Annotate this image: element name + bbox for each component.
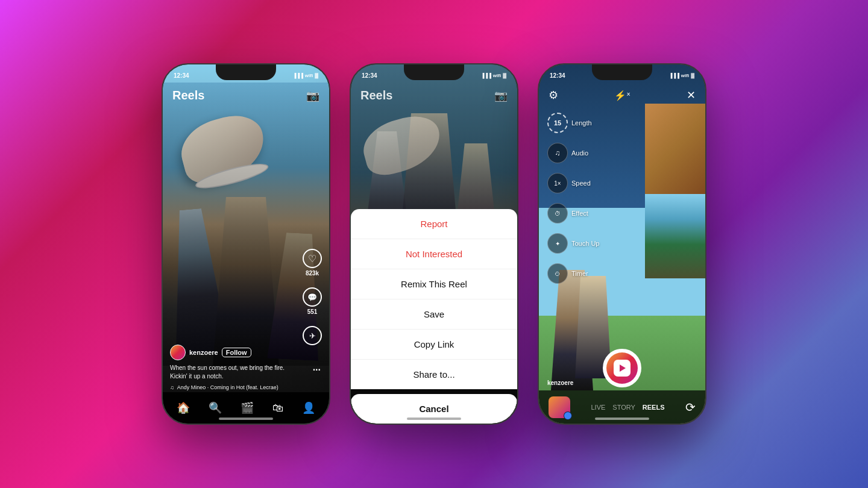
heart-icon: ♡	[303, 249, 322, 268]
audio-icon: ♫	[547, 143, 568, 163]
sheet-item-share-to[interactable]: Share to...	[351, 360, 517, 389]
reels-header: Reels 📷	[163, 83, 329, 108]
cam-mode-story[interactable]: STORY	[612, 404, 635, 411]
shutter-button[interactable]	[603, 349, 641, 387]
signal-icon: ▐▐▐	[293, 73, 303, 78]
camera-icon[interactable]: 📷	[306, 89, 319, 102]
camera-tools: 15 Length ♫ Audio 1× Speed ⏱ Effect ✦ To…	[547, 113, 599, 284]
settings-icon[interactable]: ⚙	[549, 89, 558, 102]
notch	[216, 64, 276, 80]
right-actions: ♡ 823k 💬 551 ✈	[303, 249, 322, 345]
tool-speed-label: Speed	[571, 180, 591, 187]
phone-3: 12:34 ▐▐▐ wifi ▓ ⚙ ⚡ˣ ✕ 15 Length ♫ Audi…	[538, 63, 706, 425]
tool-timer-label: Timer	[571, 270, 588, 277]
phone2-reels-title: Reels	[360, 89, 392, 102]
reels-title: Reels	[172, 89, 204, 102]
music-text: Andy Mineo · Coming in Hot (feat. Lecrae…	[177, 384, 278, 390]
close-icon[interactable]: ✕	[687, 89, 696, 102]
sheet-item-remix[interactable]: Remix This Reel	[351, 269, 517, 299]
touchup-icon: ✦	[547, 233, 568, 254]
tool-timer[interactable]: ⏲ Timer	[547, 263, 599, 284]
comments-count: 551	[307, 308, 318, 315]
sheet-item-save[interactable]: Save	[351, 299, 517, 330]
music-row: ♫ Andy Mineo · Coming in Hot (feat. Lecr…	[170, 384, 293, 390]
sheet-content: Report Not Interested Remix This Reel Sa…	[351, 209, 517, 389]
shutter-area	[603, 349, 641, 387]
avatar	[170, 345, 186, 360]
sheet-item-report[interactable]: Report	[351, 209, 517, 239]
music-note-icon: ♫	[170, 384, 174, 390]
username: kenzoere	[189, 349, 218, 356]
phone3-home-indicator	[595, 418, 649, 420]
tool-length[interactable]: 15 Length	[547, 113, 599, 133]
phone3-notch	[592, 64, 652, 80]
length-ring: 15	[547, 113, 568, 133]
phone3-signal-icon: ▐▐▐	[669, 73, 679, 78]
phone3-status-icons: ▐▐▐ wifi ▓	[669, 73, 694, 78]
status-icons: ▐▐▐ wifi ▓	[293, 73, 318, 78]
tool-length-label: Length	[571, 119, 592, 127]
likes-count: 823k	[306, 270, 319, 277]
thumbnail-panel	[645, 104, 705, 278]
phone2-home-indicator	[407, 418, 461, 420]
wifi-icon: wifi	[305, 73, 313, 78]
phone-1: 12:34 ▐▐▐ wifi ▓ Reels 📷 ♡ 823k 💬 551	[162, 63, 330, 425]
phone3-wifi-icon: wifi	[681, 73, 689, 78]
timer-icon: ⏲	[547, 263, 568, 284]
cam-mode-live[interactable]: LIVE	[591, 404, 605, 411]
send-icon: ✈	[303, 326, 322, 345]
phone2-reels-header: Reels 📷	[351, 83, 517, 108]
speed-icon: 1×	[547, 173, 568, 193]
phone-2: 12:34 ▐▐▐ wifi ▓ Reels 📷 Report Not Inte…	[350, 63, 518, 425]
gallery-badge	[564, 411, 572, 420]
phone3-status-time: 12:34	[550, 72, 565, 79]
nav-home-icon[interactable]: 🏠	[174, 399, 192, 417]
phone2-battery-icon: ▓	[503, 73, 506, 78]
reels-logo-icon	[614, 360, 631, 377]
follow-button[interactable]: Follow	[222, 348, 251, 357]
nav-search-icon[interactable]: 🔍	[206, 399, 224, 417]
tool-effect-label: Effect	[571, 210, 588, 217]
tool-touchup-label: Touch Up	[571, 240, 599, 247]
nav-reels-icon[interactable]: 🎬	[238, 399, 256, 417]
share-sheet: Report Not Interested Remix This Reel Sa…	[351, 209, 517, 424]
thumb-image-2	[645, 194, 705, 278]
bottom-info: kenzoere Follow When the sun comes out, …	[170, 345, 293, 390]
comment-icon: 💬	[303, 287, 322, 307]
phone3-username: kenzoere	[547, 380, 573, 386]
share-button[interactable]: ✈	[303, 326, 322, 345]
flash-icon[interactable]: ⚡ˣ	[614, 90, 631, 101]
thumb-image-1	[645, 104, 705, 194]
flip-camera-icon[interactable]: ⟳	[685, 400, 696, 414]
more-options-button[interactable]: ···	[313, 364, 321, 375]
phone2-wifi-icon: wifi	[493, 73, 501, 78]
caption: When the sun comes out, we bring the fir…	[170, 364, 293, 381]
like-button[interactable]: ♡ 823k	[303, 249, 322, 277]
tool-speed[interactable]: 1× Speed	[547, 173, 599, 193]
phone2-camera-icon[interactable]: 📷	[494, 89, 508, 102]
phone2-status-icons: ▐▐▐ wifi ▓	[481, 73, 506, 78]
sheet-item-not-interested[interactable]: Not Interested	[351, 239, 517, 269]
effect-icon: ⏱	[547, 203, 568, 224]
phone3-battery-icon: ▓	[691, 73, 694, 78]
tool-audio[interactable]: ♫ Audio	[547, 143, 599, 163]
tool-effect[interactable]: ⏱ Effect	[547, 203, 599, 224]
status-time: 12:34	[174, 72, 189, 79]
cam-mode-reels[interactable]: REELS	[643, 404, 665, 411]
sheet-item-copy-link[interactable]: Copy Link	[351, 330, 517, 360]
phone2-signal-icon: ▐▐▐	[481, 73, 491, 78]
tool-audio-label: Audio	[571, 149, 588, 157]
phone2-status-time: 12:34	[362, 72, 377, 79]
battery-icon: ▓	[315, 73, 318, 78]
gallery-thumbnail[interactable]	[549, 396, 570, 418]
comment-button[interactable]: 💬 551	[303, 287, 322, 315]
nav-shop-icon[interactable]: 🛍	[270, 399, 286, 417]
home-indicator	[219, 418, 273, 420]
nav-profile-icon[interactable]: 👤	[300, 399, 318, 417]
camera-mode-tabs: LIVE STORY REELS	[591, 404, 664, 411]
user-row: kenzoere Follow	[170, 345, 293, 360]
shutter-inner	[606, 352, 638, 384]
tool-touchup[interactable]: ✦ Touch Up	[547, 233, 599, 254]
phone2-notch	[404, 64, 464, 80]
